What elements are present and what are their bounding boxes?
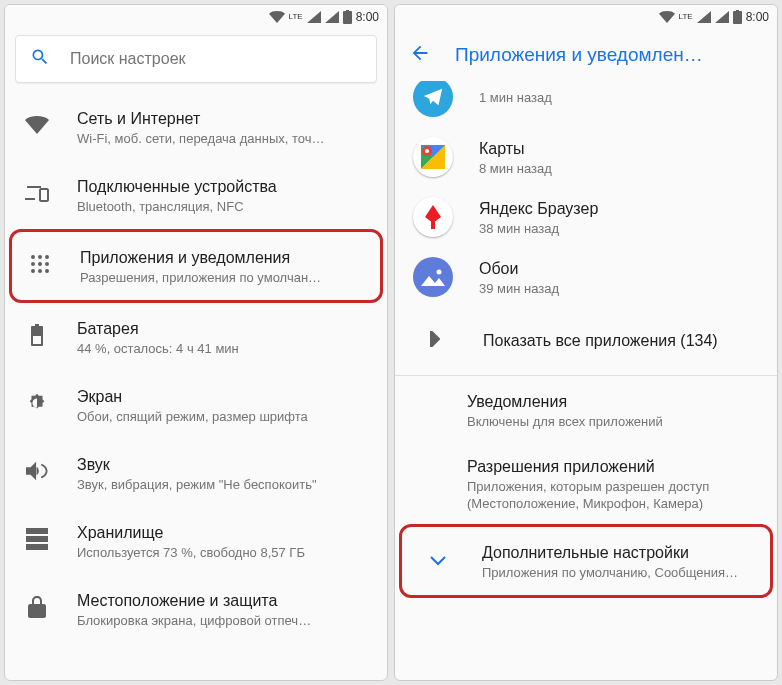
item-sub: 44 %, осталось: 4 ч 41 мин (77, 340, 373, 357)
item-title: Хранилище (77, 522, 373, 544)
clock-label: 8:00 (356, 10, 379, 24)
back-icon[interactable] (409, 42, 431, 68)
show-all-apps[interactable]: Показать все приложения (134) (395, 307, 777, 375)
svg-point-1 (38, 255, 42, 259)
item-sub: Bluetooth, трансляция, NFC (77, 198, 373, 215)
settings-item-network[interactable]: Сеть и Интернет Wi-Fi, моб. сети, переда… (5, 93, 387, 161)
item-title: Звук (77, 454, 373, 476)
section-advanced[interactable]: Дополнительные настройки Приложения по у… (402, 527, 770, 595)
storage-icon (26, 528, 48, 554)
devices-icon (25, 184, 49, 206)
app-sub: 39 мин назад (479, 280, 763, 297)
svg-point-3 (31, 262, 35, 266)
wallpapers-icon (413, 257, 453, 297)
app-row-maps[interactable]: Карты 8 мин назад (395, 127, 777, 187)
item-title: Сеть и Интернет (77, 108, 373, 130)
section-sub: Включены для всех приложений (467, 413, 763, 430)
svg-point-0 (31, 255, 35, 259)
settings-item-display[interactable]: Экран Обои, спящий режим, размер шрифта (5, 371, 387, 439)
section-title: Дополнительные настройки (482, 542, 756, 564)
lock-icon (28, 596, 46, 622)
item-title: Экран (77, 386, 373, 408)
highlight-box: Дополнительные настройки Приложения по у… (399, 524, 773, 598)
svg-point-7 (38, 269, 42, 273)
signal-icon (307, 11, 321, 23)
section-title: Разрешения приложений (467, 456, 763, 478)
signal-icon (697, 11, 711, 23)
highlight-box: Приложения и уведомления Разрешения, при… (9, 229, 383, 303)
wifi-icon (659, 11, 675, 23)
settings-list: Сеть и Интернет Wi-Fi, моб. сети, переда… (5, 93, 387, 680)
phone-left: LTE 8:00 Поиск настроек Сеть и Интернет … (4, 4, 388, 681)
item-sub: Wi-Fi, моб. сети, передача данных, точ… (77, 130, 373, 147)
item-sub: Звук, вибрация, режим "Не беспокоить" (77, 476, 373, 493)
show-all-label: Показать все приложения (134) (483, 330, 763, 352)
wifi-icon (269, 11, 285, 23)
app-name: Карты (479, 138, 763, 160)
phone-right: LTE 8:00 Приложения и уведомлен… 1 мин н… (394, 4, 778, 681)
battery-icon (31, 324, 43, 350)
apps-list: 1 мин назад Карты 8 мин назад Яндекс Бра… (395, 81, 777, 680)
item-sub: Разрешения, приложения по умолчан… (80, 269, 366, 286)
volume-icon (26, 461, 48, 485)
svg-point-6 (31, 269, 35, 273)
app-name: Яндекс Браузер (479, 198, 763, 220)
signal-icon (715, 11, 729, 23)
svg-point-4 (38, 262, 42, 266)
section-title: Уведомления (467, 391, 763, 413)
telegram-icon (413, 81, 453, 117)
svg-point-10 (425, 149, 429, 153)
settings-item-connected[interactable]: Подключенные устройства Bluetooth, транс… (5, 161, 387, 229)
battery-icon (733, 10, 742, 24)
settings-item-apps[interactable]: Приложения и уведомления Разрешения, при… (12, 232, 380, 300)
item-sub: Блокировка экрана, цифровой отпеч… (77, 612, 373, 629)
search-placeholder: Поиск настроек (70, 50, 186, 68)
search-bar[interactable]: Поиск настроек (15, 35, 377, 83)
battery-icon (343, 10, 352, 24)
item-sub: Обои, спящий режим, размер шрифта (77, 408, 373, 425)
status-bar: LTE 8:00 (395, 5, 777, 29)
app-sub: 38 мин назад (479, 220, 763, 237)
svg-point-2 (45, 255, 49, 259)
settings-item-security[interactable]: Местоположение и защита Блокировка экран… (5, 575, 387, 643)
signal-icon (325, 11, 339, 23)
app-bar: Приложения и уведомлен… (395, 29, 777, 81)
chevron-right-icon (430, 331, 440, 351)
item-sub: Используется 73 %, свободно 8,57 ГБ (77, 544, 373, 561)
lte-label: LTE (679, 13, 693, 21)
settings-item-sound[interactable]: Звук Звук, вибрация, режим "Не беспокоит… (5, 439, 387, 507)
item-title: Местоположение и защита (77, 590, 373, 612)
item-title: Приложения и уведомления (80, 247, 366, 269)
apps-icon (30, 254, 50, 278)
clock-label: 8:00 (746, 10, 769, 24)
svg-point-5 (45, 262, 49, 266)
app-row-telegram[interactable]: 1 мин назад (395, 81, 777, 127)
wifi-icon (25, 115, 49, 139)
svg-point-8 (45, 269, 49, 273)
yandex-icon (413, 197, 453, 237)
section-sub: Приложения, которым разрешен доступ (Мес… (467, 478, 763, 512)
search-icon (30, 47, 50, 71)
settings-item-storage[interactable]: Хранилище Используется 73 %, свободно 8,… (5, 507, 387, 575)
section-sub: Приложения по умолчанию, Сообщения… (482, 564, 756, 581)
item-title: Батарея (77, 318, 373, 340)
section-notifications[interactable]: Уведомления Включены для всех приложений (395, 376, 777, 444)
app-row-wallpapers[interactable]: Обои 39 мин назад (395, 247, 777, 307)
app-row-yandex[interactable]: Яндекс Браузер 38 мин назад (395, 187, 777, 247)
maps-icon (413, 137, 453, 177)
status-bar: LTE 8:00 (5, 5, 387, 29)
app-sub: 8 мин назад (479, 160, 763, 177)
brightness-icon (26, 392, 48, 418)
chevron-down-icon (430, 552, 446, 570)
section-permissions[interactable]: Разрешения приложений Приложения, которы… (395, 444, 777, 524)
lte-label: LTE (289, 13, 303, 21)
app-sub: 1 мин назад (479, 89, 763, 106)
page-title: Приложения и уведомлен… (455, 44, 703, 66)
svg-point-11 (437, 270, 442, 275)
item-title: Подключенные устройства (77, 176, 373, 198)
settings-item-battery[interactable]: Батарея 44 %, осталось: 4 ч 41 мин (5, 303, 387, 371)
app-name: Обои (479, 258, 763, 280)
